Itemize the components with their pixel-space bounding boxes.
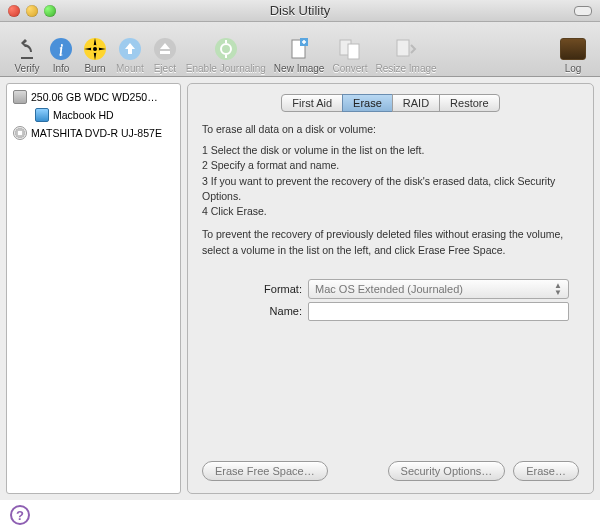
hdd-icon xyxy=(13,90,27,104)
info-icon: i xyxy=(48,36,74,62)
eject-icon xyxy=(152,36,178,62)
disk-list[interactable]: 250.06 GB WDC WD250… Macbook HD MATSHITA… xyxy=(6,83,181,494)
tab-bar: First Aid Erase RAID Restore xyxy=(202,94,579,112)
burn-button[interactable]: Burn xyxy=(78,24,112,74)
optical-icon xyxy=(13,126,27,140)
tab-first-aid[interactable]: First Aid xyxy=(281,94,343,112)
erase-button[interactable]: Erase… xyxy=(513,461,579,481)
pane-button-row: Erase Free Space… Security Options… Eras… xyxy=(202,453,579,481)
new-image-button[interactable]: New Image xyxy=(270,24,329,74)
toolbar: Verify i Info Burn Mount Eject Enable Jo… xyxy=(0,22,600,77)
eject-button[interactable]: Eject xyxy=(148,24,182,74)
titlebar: Disk Utility xyxy=(0,0,600,22)
disk-item-physical[interactable]: 250.06 GB WDC WD250… xyxy=(7,88,180,106)
microscope-icon xyxy=(14,36,40,62)
log-icon xyxy=(560,36,586,62)
convert-icon xyxy=(337,36,363,62)
content-area: 250.06 GB WDC WD250… Macbook HD MATSHITA… xyxy=(0,77,600,500)
zoom-icon[interactable] xyxy=(44,5,56,17)
name-label: Name: xyxy=(242,305,302,317)
resize-icon xyxy=(393,36,419,62)
tab-restore[interactable]: Restore xyxy=(439,94,500,112)
window-title: Disk Utility xyxy=(8,3,592,18)
resize-image-button[interactable]: Resize Image xyxy=(371,24,440,74)
instructions-text: To erase all data on a disk or volume: 1… xyxy=(202,122,579,264)
format-select[interactable]: Mac OS Extended (Journaled) ▲▼ xyxy=(308,279,569,299)
security-options-button[interactable]: Security Options… xyxy=(388,461,506,481)
erase-free-space-button[interactable]: Erase Free Space… xyxy=(202,461,328,481)
new-image-icon xyxy=(286,36,312,62)
disk-item-optical[interactable]: MATSHITA DVD-R UJ-857E xyxy=(7,124,180,142)
journal-icon xyxy=(213,36,239,62)
log-button[interactable]: Log xyxy=(556,24,590,74)
convert-button[interactable]: Convert xyxy=(328,24,371,74)
mount-icon xyxy=(117,36,143,62)
tab-raid[interactable]: RAID xyxy=(392,94,440,112)
format-label: Format: xyxy=(242,283,302,295)
tab-erase[interactable]: Erase xyxy=(342,94,393,112)
svg-rect-12 xyxy=(348,44,359,59)
footer: ? xyxy=(0,500,600,530)
info-button[interactable]: i Info xyxy=(44,24,78,74)
mount-button[interactable]: Mount xyxy=(112,24,148,74)
enable-journaling-button[interactable]: Enable Journaling xyxy=(182,24,270,74)
chevron-updown-icon: ▲▼ xyxy=(554,282,562,296)
help-icon[interactable]: ? xyxy=(10,505,30,525)
close-icon[interactable] xyxy=(8,5,20,17)
name-input[interactable] xyxy=(308,302,569,321)
volume-icon xyxy=(35,108,49,122)
name-row: Name: xyxy=(242,302,569,321)
window-controls xyxy=(8,5,56,17)
toolbar-toggle-icon[interactable] xyxy=(574,6,592,16)
svg-rect-13 xyxy=(397,40,409,56)
minimize-icon[interactable] xyxy=(26,5,38,17)
svg-text:i: i xyxy=(59,41,63,58)
burn-icon xyxy=(82,36,108,62)
svg-point-4 xyxy=(93,47,97,51)
detail-pane: First Aid Erase RAID Restore To erase al… xyxy=(187,83,594,494)
verify-button[interactable]: Verify xyxy=(10,24,44,74)
format-row: Format: Mac OS Extended (Journaled) ▲▼ xyxy=(242,279,569,299)
disk-item-volume[interactable]: Macbook HD xyxy=(7,106,180,124)
